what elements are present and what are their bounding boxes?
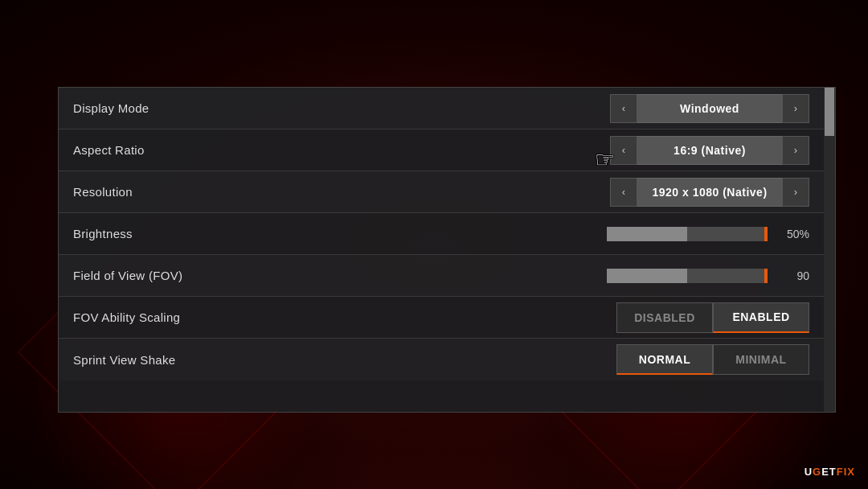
setting-label-fov-ability-scaling: FOV Ability Scaling bbox=[73, 310, 298, 324]
watermark-et: ET bbox=[821, 466, 837, 478]
slider-value-brightness: 50% bbox=[777, 228, 809, 240]
setting-row-fov-ability-scaling: FOV Ability ScalingDisabledEnabled bbox=[59, 297, 824, 339]
watermark: UGETFIX bbox=[805, 466, 855, 478]
setting-control-brightness: 50% bbox=[298, 227, 809, 241]
toggle-btn-fov-ability-scaling-enabled[interactable]: Enabled bbox=[713, 302, 809, 333]
selector-aspect-ratio: ‹16:9 (Native)› bbox=[610, 136, 809, 165]
scrollbar[interactable] bbox=[824, 88, 835, 412]
slider-fill-fov bbox=[607, 269, 687, 283]
selector-resolution: ‹1920 x 1080 (Native)› bbox=[610, 178, 809, 207]
setting-row-resolution: Resolution‹1920 x 1080 (Native)› bbox=[59, 171, 824, 213]
arrow-right-aspect-ratio[interactable]: › bbox=[782, 136, 809, 165]
settings-list: Display Mode‹Windowed›Aspect Ratio‹16:9 … bbox=[59, 88, 835, 412]
arrow-right-resolution[interactable]: › bbox=[782, 178, 809, 207]
selector-value-resolution: 1920 x 1080 (Native) bbox=[637, 178, 782, 207]
slider-track-fov[interactable] bbox=[607, 269, 768, 283]
selector-display-mode: ‹Windowed› bbox=[610, 94, 809, 123]
slider-handle-brightness[interactable] bbox=[764, 227, 768, 241]
slider-brightness: 50% bbox=[607, 227, 809, 241]
setting-label-display-mode: Display Mode bbox=[73, 101, 298, 115]
setting-row-sprint-view-shake: Sprint View ShakeNormalMinimal bbox=[59, 339, 824, 380]
setting-control-display-mode: ‹Windowed› bbox=[298, 94, 809, 123]
setting-control-sprint-view-shake: NormalMinimal bbox=[298, 344, 809, 375]
arrow-left-display-mode[interactable]: ‹ bbox=[610, 94, 637, 123]
watermark-g: G bbox=[813, 466, 821, 478]
selector-value-display-mode: Windowed bbox=[637, 94, 782, 123]
setting-label-resolution: Resolution bbox=[73, 185, 298, 199]
toggle-btn-sprint-view-shake-minimal[interactable]: Minimal bbox=[713, 344, 809, 375]
settings-panel: Display Mode‹Windowed›Aspect Ratio‹16:9 … bbox=[58, 87, 836, 413]
slider-value-fov: 90 bbox=[777, 269, 809, 282]
arrow-left-aspect-ratio[interactable]: ‹ bbox=[610, 136, 637, 165]
setting-label-brightness: Brightness bbox=[73, 227, 298, 240]
slider-handle-fov[interactable] bbox=[764, 269, 768, 283]
toggle-btn-sprint-view-shake-normal[interactable]: Normal bbox=[616, 344, 713, 375]
toggle-group-fov-ability-scaling: DisabledEnabled bbox=[616, 302, 809, 333]
arrow-right-display-mode[interactable]: › bbox=[782, 94, 809, 123]
toggle-group-sprint-view-shake: NormalMinimal bbox=[616, 344, 809, 375]
setting-label-aspect-ratio: Aspect Ratio bbox=[73, 143, 298, 157]
toggle-btn-fov-ability-scaling-disabled[interactable]: Disabled bbox=[616, 302, 713, 333]
setting-control-fov: 90 bbox=[298, 269, 809, 283]
setting-row-display-mode: Display Mode‹Windowed› bbox=[59, 88, 824, 129]
scrollbar-thumb[interactable] bbox=[825, 88, 834, 136]
setting-label-sprint-view-shake: Sprint View Shake bbox=[73, 353, 298, 367]
slider-fov: 90 bbox=[607, 269, 809, 283]
setting-control-aspect-ratio: ‹16:9 (Native)› bbox=[298, 136, 809, 165]
setting-row-aspect-ratio: Aspect Ratio‹16:9 (Native)› bbox=[59, 129, 824, 171]
watermark-u: U bbox=[805, 466, 813, 478]
setting-row-brightness: Brightness50% bbox=[59, 213, 824, 255]
setting-row-fov: Field of View (FOV)90 bbox=[59, 255, 824, 297]
arrow-left-resolution[interactable]: ‹ bbox=[610, 178, 637, 207]
setting-control-resolution: ‹1920 x 1080 (Native)› bbox=[298, 178, 809, 207]
selector-value-aspect-ratio: 16:9 (Native) bbox=[637, 136, 782, 165]
slider-track-brightness[interactable] bbox=[607, 227, 768, 241]
watermark-fix: FIX bbox=[837, 466, 855, 478]
setting-control-fov-ability-scaling: DisabledEnabled bbox=[298, 302, 809, 333]
slider-fill-brightness bbox=[607, 227, 687, 241]
setting-label-fov: Field of View (FOV) bbox=[73, 269, 298, 282]
